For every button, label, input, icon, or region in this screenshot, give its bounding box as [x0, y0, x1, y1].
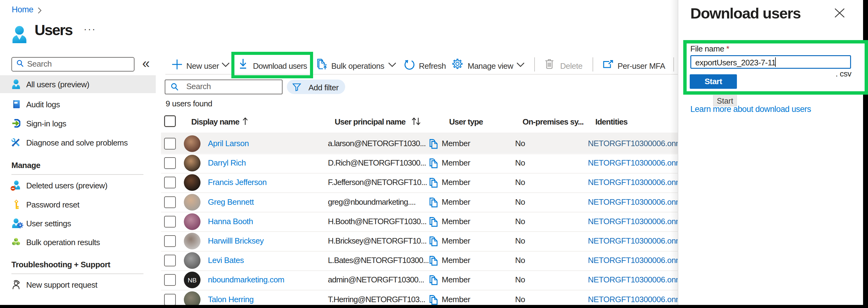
svg-text:NB: NB	[188, 277, 196, 284]
